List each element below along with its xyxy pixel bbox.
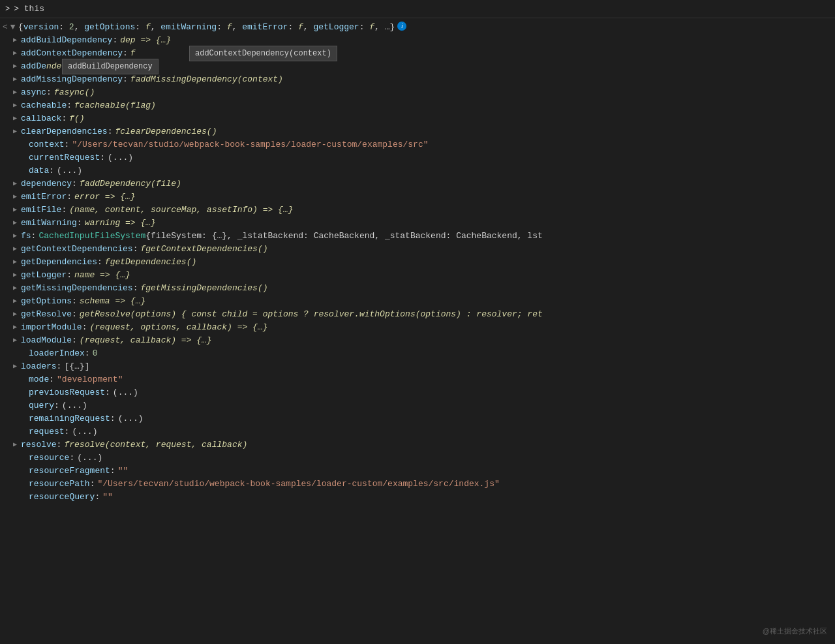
arrow-expand[interactable]: ▶ bbox=[13, 100, 21, 112]
val-loaderIndex: 0 bbox=[93, 348, 98, 360]
prop-query: query bbox=[29, 400, 54, 412]
line-cacheable: ▶ cacheable : f cacheable(flag) bbox=[0, 99, 835, 112]
arrow-expand[interactable]: ▶ bbox=[13, 230, 21, 242]
val-resource[interactable]: (...) bbox=[77, 452, 102, 464]
line-addMissingDep: ▶ addMissingDependency : f addMissingDep… bbox=[0, 73, 835, 86]
line-loaderIndex: loaderIndex : 0 bbox=[0, 347, 835, 360]
arrow-expand[interactable]: ▶ bbox=[13, 191, 21, 203]
arrow-expand[interactable]: ▶ bbox=[13, 61, 21, 72]
line-clearDep: ▶ clearDependencies : f clearDependencie… bbox=[0, 125, 835, 138]
line-async: ▶ async : f async() bbox=[0, 86, 835, 99]
line-mode: mode : "development" bbox=[0, 373, 835, 386]
val-resourcePath: "/Users/tecvan/studio/webpack-book-sampl… bbox=[97, 478, 499, 490]
prop-loaderIndex: loaderIndex bbox=[29, 348, 85, 360]
header-bar: > > this bbox=[0, 0, 835, 18]
prop-callback: callback bbox=[21, 113, 61, 125]
val-query[interactable]: (...) bbox=[62, 400, 87, 412]
line-resourcePath: resourcePath : "/Users/tecvan/studio/web… bbox=[0, 478, 835, 491]
line-previousRequest: previousRequest : (...) bbox=[0, 386, 835, 399]
tooltip-addContextDep: addContextDependency(context) bbox=[189, 46, 337, 61]
val-resourceFragment: "" bbox=[118, 465, 129, 477]
prop-dependency: dependency bbox=[21, 178, 72, 190]
val-remainingRequest[interactable]: (...) bbox=[118, 413, 144, 425]
header-text: > this bbox=[14, 4, 44, 14]
tooltip-addBuildDep: addBuildDependency bbox=[62, 59, 159, 74]
line-resolve: ▶ resolve : f resolve(context, request, … bbox=[0, 438, 835, 452]
arrow-expand[interactable]: ▶ bbox=[13, 87, 21, 99]
val-previousRequest[interactable]: (...) bbox=[113, 387, 138, 399]
line-getOptions: ▶ getOptions : schema => {…} bbox=[0, 295, 835, 308]
arrow-expand[interactable]: ▶ bbox=[13, 283, 21, 294]
arrow-expand[interactable]: ▶ bbox=[13, 178, 21, 190]
prop-cacheable: cacheable bbox=[21, 100, 67, 112]
line-emitError: ▶ emitError : error => {…} bbox=[0, 191, 835, 204]
arrow-expand[interactable]: ▶ bbox=[13, 48, 21, 59]
line-query: query : (...) bbox=[0, 399, 835, 412]
arrow-expand[interactable]: ▶ bbox=[13, 439, 21, 451]
arrow-expand[interactable]: ▶ bbox=[13, 113, 21, 125]
arrow-collapse[interactable]: ▼ bbox=[10, 22, 18, 33]
prop-fs: fs bbox=[21, 230, 31, 242]
prop-emitError: emitError bbox=[21, 191, 67, 203]
arrow-expand[interactable]: ▶ bbox=[13, 335, 21, 346]
line-loaders: ▶ loaders : [{…}] bbox=[0, 360, 835, 373]
val-resourceQuery: "" bbox=[102, 491, 113, 503]
prop-getDep: getDependencies bbox=[21, 256, 97, 268]
prop-request: request bbox=[29, 426, 65, 438]
line-getResolve: ▶ getResolve : getResolve(options) { con… bbox=[0, 308, 835, 321]
arrow-expand[interactable]: ▶ bbox=[13, 256, 21, 268]
line-fs: ▶ fs : CachedInputFileSystem {fileSystem… bbox=[0, 230, 835, 243]
prop-emitWarning: emitWarning bbox=[21, 217, 77, 229]
prop-getMissingDep: getMissingDependencies bbox=[21, 283, 133, 294]
prop-data: data bbox=[29, 165, 49, 177]
line-remainingRequest: remainingRequest : (...) bbox=[0, 412, 835, 425]
line-getContextDep: ▶ getContextDependencies : f getContextD… bbox=[0, 243, 835, 256]
prop-getContextDep: getContextDependencies bbox=[21, 243, 133, 255]
val-addContextDep: f bbox=[130, 48, 136, 59]
prop-addContextDep: addCo bbox=[21, 48, 46, 59]
prop-addMissingDep: addMissingDependency bbox=[21, 74, 123, 85]
arrow-expand[interactable]: ▶ bbox=[13, 361, 21, 373]
arrow-expand[interactable]: ▶ bbox=[13, 74, 21, 85]
prop-context: context bbox=[29, 139, 65, 151]
prop-importModule: importModule bbox=[21, 322, 82, 333]
arrow-expand[interactable]: ▶ bbox=[13, 296, 21, 307]
line-resourceFragment: resourceFragment : "" bbox=[0, 465, 835, 478]
prop-currentRequest: currentRequest bbox=[29, 152, 100, 164]
content-area: < ▼ {version: 2, getOptions: f, emitWarn… bbox=[0, 18, 835, 506]
line-addDe: ▶ addDe addBuildDependency ndency(file) bbox=[0, 60, 835, 73]
prop-resource: resource bbox=[29, 452, 69, 464]
arrow-expand[interactable]: ▶ bbox=[13, 322, 21, 333]
arrow-expand[interactable]: ▶ bbox=[13, 309, 21, 320]
prop-clearDep: clearDependencies bbox=[21, 126, 108, 138]
prop-resolve: resolve bbox=[21, 439, 57, 451]
line-addBuildDependency: ▶ addBuildDependency : dep => {…} bbox=[0, 34, 835, 47]
line-context: context : "/Users/tecvan/studio/webpack-… bbox=[0, 138, 835, 151]
arrow-expand[interactable]: ▶ bbox=[13, 204, 21, 216]
arrow-expand[interactable]: ▶ bbox=[13, 217, 21, 229]
line-getLogger: ▶ getLogger : name => {…} bbox=[0, 269, 835, 282]
prop-resourceFragment: resourceFragment bbox=[29, 465, 110, 477]
arrow-expand[interactable]: ▶ bbox=[13, 243, 21, 255]
val-context: "/Users/tecvan/studio/webpack-book-sampl… bbox=[72, 139, 428, 151]
prop-getOptions: getOptions bbox=[21, 296, 72, 307]
prop-getResolve: getResolve bbox=[21, 309, 72, 320]
info-icon[interactable]: i bbox=[397, 22, 406, 31]
prop-async: async bbox=[21, 87, 46, 99]
prop-mode: mode bbox=[29, 374, 49, 386]
val-data[interactable]: (...) bbox=[57, 165, 82, 177]
root-summary: {version: 2, getOptions: f, emitWarning:… bbox=[18, 22, 395, 33]
arrow-expand[interactable]: ▶ bbox=[13, 35, 21, 46]
line-addContextDependency: ▶ addContextDependency: f addContextDepe… bbox=[0, 47, 835, 60]
line-getMissingDep: ▶ getMissingDependencies : f getMissingD… bbox=[0, 282, 835, 295]
val-loaders: [{…}] bbox=[64, 361, 89, 373]
arrow-expand[interactable]: ▶ bbox=[13, 269, 21, 281]
watermark: @稀土掘金技术社区 bbox=[763, 626, 827, 636]
prop-addDe: addDe bbox=[21, 61, 46, 72]
prop-getLogger: getLogger bbox=[21, 269, 67, 281]
val-currentRequest[interactable]: (...) bbox=[108, 152, 133, 164]
line-data: data : (...) bbox=[0, 164, 835, 177]
val-request[interactable]: (...) bbox=[72, 426, 97, 438]
arrow-expand[interactable]: ▶ bbox=[13, 126, 21, 138]
line-callback: ▶ callback : f () bbox=[0, 112, 835, 125]
